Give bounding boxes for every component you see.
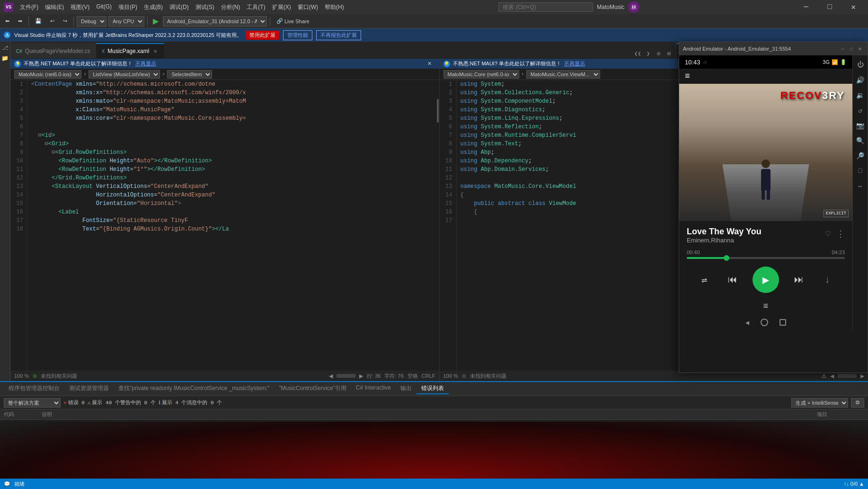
phone-recents-button[interactable] <box>779 319 786 326</box>
tab-settings[interactable]: ⚙ <box>654 49 664 58</box>
figure-head <box>762 160 770 168</box>
tab-error-list[interactable]: 错误列表 <box>416 383 449 394</box>
back-button[interactable]: ⬅ <box>2 16 13 27</box>
tab-test-explorer[interactable]: 测试资源管理器 <box>64 383 114 394</box>
left-nav-arrow-right[interactable]: ▶ <box>359 373 363 379</box>
emulator-close[interactable]: ✕ <box>856 45 864 53</box>
right-info-link[interactable]: 不再显示 <box>564 60 585 67</box>
tab-csharp-interactive[interactable]: C# Interactive <box>351 383 396 394</box>
tab-scroll-left[interactable]: ❮❮ <box>633 49 643 58</box>
redo-button[interactable]: ↪ <box>60 16 71 27</box>
menu-tools[interactable]: 工具(T) <box>244 2 268 12</box>
build-intellisense-select[interactable]: 生成 + IntelliSense <box>791 398 848 408</box>
menu-git[interactable]: Git(G) <box>93 2 115 12</box>
shuffle-button[interactable]: ⇌ <box>696 271 713 288</box>
download-button[interactable]: ↓ <box>819 271 836 288</box>
phone-menu-icon[interactable]: ≡ <box>763 302 769 311</box>
emulator-vol-up-icon[interactable]: 🔊 <box>855 74 866 86</box>
player-controls: ⇌ ⏮ ▶ ⏭ ↓ <box>679 261 852 299</box>
phone-home-button[interactable] <box>761 319 768 326</box>
right-nav-arrow-left[interactable]: ◀ <box>830 373 834 379</box>
menu-file[interactable]: 文件(F) <box>17 2 41 12</box>
next-button[interactable]: ⏭ <box>790 271 807 288</box>
emulator-right-controls: ⏻ 🔊 🔉 ↺ 📷 🔍 🔎 □ ⋯ <box>852 55 868 331</box>
phone-back-button[interactable]: ◀ <box>745 319 749 327</box>
tab-musicpage-xaml[interactable]: X MusicPage.xaml ✕ <box>96 43 165 58</box>
menu-test[interactable]: 测试(S) <box>193 2 217 12</box>
git-activity-icon[interactable]: ⎇ <box>1 44 9 52</box>
right-type-select[interactable]: MatoMusic.Core.ViewM... <box>526 70 600 79</box>
solution-filter[interactable]: 整个解决方案 <box>4 398 61 408</box>
emulator-minimize[interactable]: ─ <box>839 45 847 53</box>
more-options-icon[interactable]: ⋮ <box>836 229 845 239</box>
menu-view[interactable]: 视图(V) <box>68 2 92 12</box>
menu-debug[interactable]: 调试(D) <box>167 2 192 12</box>
left-project-select[interactable]: MatoMusic (net6.0-ios) <box>14 70 81 79</box>
emulator-maximize[interactable]: □ <box>848 45 855 53</box>
tab-scroll-right[interactable]: ❯ <box>644 49 653 58</box>
close-tab-musicpage[interactable]: ✕ <box>152 48 159 54</box>
progress-bar[interactable] <box>687 257 845 259</box>
error-list-header: 程序包管理器控制台 测试资源管理器 查找"private readonly IM… <box>0 382 868 396</box>
emulator-controls: ─ □ ✕ <box>839 45 864 53</box>
run-button[interactable]: ▶ <box>151 16 161 27</box>
settings-build-btn[interactable]: ⚙ <box>851 398 864 408</box>
play-pause-button[interactable]: ▶ <box>753 267 779 293</box>
tab-references[interactable]: "MusicControlService"引用 <box>274 383 351 394</box>
source-activity-icon[interactable]: 📁 <box>1 54 9 62</box>
menu-analyze[interactable]: 分析(N) <box>218 2 243 12</box>
emulator-window: Android Emulator - Android_Emulator_31:5… <box>679 42 868 373</box>
menu-extensions[interactable]: 扩展(X) <box>269 2 294 12</box>
menu-project[interactable]: 项目(P) <box>115 2 140 12</box>
warning-badge: ⚠ 展示 40 个警告中的 0 个 <box>88 399 156 406</box>
left-status-check: ⊙ <box>33 373 37 379</box>
disable-extension-button[interactable]: 禁用此扩展 <box>246 31 279 40</box>
search-input[interactable] <box>498 2 593 12</box>
menu-build[interactable]: 生成(B) <box>141 2 166 12</box>
tab-queuepageviewmodel[interactable]: C# QueuePageViewModel.cs <box>10 43 96 58</box>
live-share-button[interactable]: 🔗 Live Share <box>273 16 313 27</box>
previous-button[interactable]: ⏮ <box>724 271 741 288</box>
left-code-area[interactable]: 12345 678910 1112131415 161718 <ContentP… <box>10 80 439 371</box>
battery-icon: 🔋 <box>840 59 847 65</box>
emulator-screenshot-icon[interactable]: 📷 <box>855 120 866 131</box>
right-nav-arrow-right[interactable]: ▶ <box>860 373 864 379</box>
tab-find-results[interactable]: 查找"private readonly IMusicControlService… <box>114 383 274 394</box>
heart-icon[interactable]: ♡ <box>825 229 831 239</box>
toolbar: ⬅ ➡ 💾 ↩ ↪ Debug Any CPU ▶ Android_Emulat… <box>0 14 868 28</box>
left-type-select[interactable]: ListView (MusicListView) <box>89 70 160 79</box>
right-project-select[interactable]: MatoMusic.Core (net6.0-ios) <box>443 70 519 79</box>
target-device-select[interactable]: Android_Emulator_31 (Android 12.0 - API … <box>163 16 267 27</box>
tab-output[interactable]: 输出 <box>396 383 416 394</box>
hamburger-menu-icon[interactable]: ≡ <box>685 71 690 81</box>
menu-window[interactable]: 窗口(W) <box>295 2 321 12</box>
emulator-vol-down-icon[interactable]: 🔉 <box>855 89 866 101</box>
save-button[interactable]: 💾 <box>32 16 45 27</box>
manage-performance-button[interactable]: 管理性能 <box>283 30 312 40</box>
no-report-button[interactable]: 不再报告此扩展 <box>316 30 361 40</box>
emulator-title: Android Emulator - Android_Emulator_31:5… <box>683 46 836 52</box>
emulator-fold-icon[interactable]: □ <box>855 165 866 177</box>
menu-help[interactable]: 帮助(H) <box>322 2 347 12</box>
cpu-select[interactable]: Any CPU <box>108 16 144 27</box>
emulator-power-icon[interactable]: ⏻ <box>855 59 866 71</box>
left-info-close[interactable]: ✕ <box>424 60 435 68</box>
left-code-content[interactable]: <ContentPage xmlns="http://schemas.micro… <box>27 80 436 371</box>
left-nav-arrow-left[interactable]: ◀ <box>329 373 333 379</box>
minimize-button[interactable]: ─ <box>795 0 817 14</box>
emulator-more-icon[interactable]: ⋯ <box>855 180 866 192</box>
emulator-rotate-icon[interactable]: ↺ <box>855 105 866 116</box>
emulator-zoom-out-icon[interactable]: 🔎 <box>855 150 866 161</box>
left-member-select[interactable]: SelectedItem <box>167 70 212 79</box>
forward-button[interactable]: ➡ <box>15 16 26 27</box>
tab-package-manager[interactable]: 程序包管理器控制台 <box>4 383 64 394</box>
close-button[interactable]: ✕ <box>842 0 864 14</box>
emulator-zoom-in-icon[interactable]: 🔍 <box>855 135 866 146</box>
undo-button[interactable]: ↩ <box>47 16 58 27</box>
debug-config-select[interactable]: Debug <box>77 16 106 27</box>
progress-thumb[interactable] <box>724 255 729 261</box>
tab-split[interactable]: ⊞ <box>664 49 674 58</box>
left-info-link[interactable]: 不再显示 <box>135 60 156 67</box>
maximize-button[interactable]: □ <box>819 0 841 14</box>
menu-edit[interactable]: 编辑(E) <box>42 2 67 12</box>
